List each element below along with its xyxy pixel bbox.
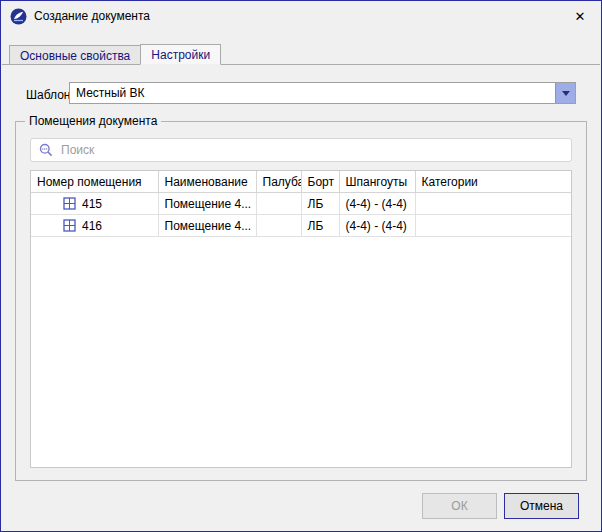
tab-settings[interactable]: Настройки — [140, 44, 221, 65]
room-deck — [256, 215, 301, 237]
table-header-row: Номер помещения Наименование Палуба Борт… — [31, 171, 571, 193]
search-icon — [39, 143, 53, 157]
search-input[interactable] — [59, 142, 571, 158]
window-title: Создание документа — [34, 9, 150, 23]
column-header-categories[interactable]: Категории — [415, 171, 571, 193]
column-header-side[interactable]: Борт — [301, 171, 339, 193]
room-number: 415 — [82, 197, 102, 211]
rooms-groupbox: Помещения документа — [15, 121, 587, 481]
room-side: ЛБ — [301, 215, 339, 237]
template-label: Шаблон: — [26, 88, 74, 102]
room-frames: (4-4) - (4-4) — [339, 193, 415, 215]
create-document-dialog: Создание документа ✕ Основные свойства Н… — [0, 0, 602, 532]
table-row[interactable]: 416 Помещение 4... ЛБ (4-4) - (4-4) — [31, 215, 571, 237]
room-icon — [63, 219, 76, 232]
close-icon[interactable]: ✕ — [559, 1, 601, 31]
template-combobox-value: Местный ВК — [70, 83, 555, 103]
room-categories — [415, 193, 571, 215]
room-deck — [256, 193, 301, 215]
room-categories — [415, 215, 571, 237]
title-bar: Создание документа ✕ — [1, 1, 601, 31]
search-box[interactable] — [30, 138, 572, 162]
column-header-name[interactable]: Наименование — [158, 171, 256, 193]
room-side: ЛБ — [301, 193, 339, 215]
room-icon — [63, 197, 76, 210]
room-name: Помещение 4... — [158, 215, 256, 237]
room-name: Помещение 4... — [158, 193, 256, 215]
template-combobox[interactable]: Местный ВК — [69, 82, 576, 104]
room-frames: (4-4) - (4-4) — [339, 215, 415, 237]
column-header-deck[interactable]: Палуба — [256, 171, 301, 193]
table-row[interactable]: 415 Помещение 4... ЛБ (4-4) - (4-4) — [31, 193, 571, 215]
rooms-table: Номер помещения Наименование Палуба Борт… — [30, 170, 572, 468]
chevron-down-icon[interactable] — [555, 83, 575, 103]
tab-basic-properties[interactable]: Основные свойства — [9, 45, 140, 65]
tab-bar: Основные свойства Настройки — [9, 45, 221, 65]
room-number: 416 — [82, 219, 102, 233]
column-header-room-number[interactable]: Номер помещения — [31, 171, 158, 193]
cancel-button[interactable]: Отмена — [504, 493, 579, 519]
ok-button[interactable]: ОК — [422, 493, 497, 519]
rooms-group-title: Помещения документа — [25, 114, 161, 128]
column-header-frames[interactable]: Шпангоуты — [339, 171, 415, 193]
app-logo-icon — [10, 8, 27, 25]
